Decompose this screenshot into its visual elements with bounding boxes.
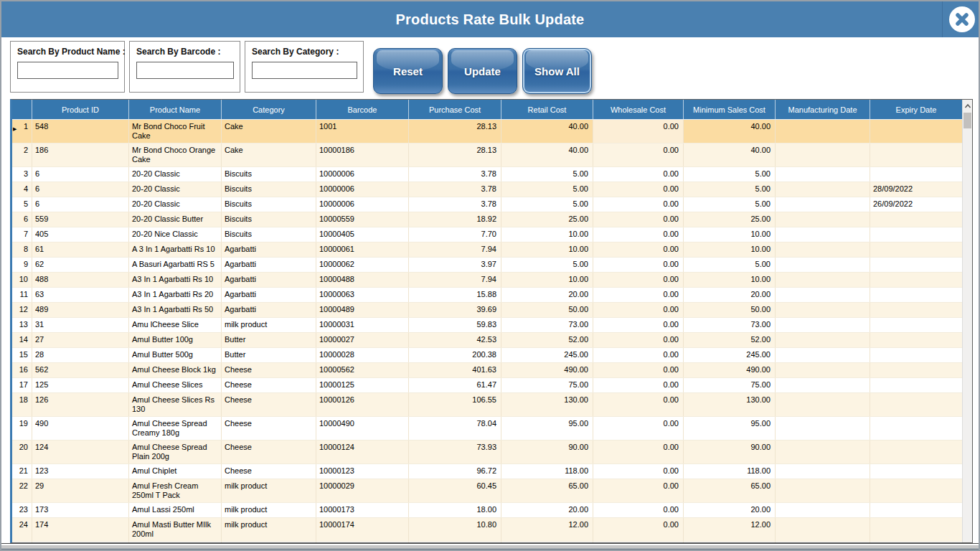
cell-retail-cost[interactable]: 20.00 bbox=[501, 503, 593, 517]
cell-barcode[interactable]: 10000006 bbox=[316, 182, 409, 197]
cell-product-name[interactable]: Mr Bond Choco Orange Cake bbox=[129, 143, 222, 166]
column-header-category[interactable]: Category bbox=[222, 100, 316, 119]
cell-product-id[interactable]: 6 bbox=[32, 197, 129, 212]
cell-product-id[interactable]: 562 bbox=[32, 363, 129, 377]
cell-purchase-cost[interactable]: 7.94 bbox=[409, 273, 501, 287]
cell-purchase-cost[interactable]: 106.55 bbox=[409, 393, 501, 416]
cell-product-name[interactable]: A Basuri Agarbatti RS 5 bbox=[129, 258, 222, 272]
cell-product-id[interactable]: 174 bbox=[32, 518, 129, 541]
row-header-cell[interactable]: ▶2 bbox=[12, 143, 32, 166]
cell-category[interactable]: Agarbatti bbox=[222, 303, 316, 317]
cell-expiry-date[interactable] bbox=[870, 348, 962, 362]
cell-barcode[interactable]: 10000031 bbox=[316, 318, 409, 332]
cell-retail-cost[interactable]: 40.00 bbox=[501, 143, 593, 166]
cell-product-id[interactable]: 123 bbox=[32, 464, 129, 479]
row-header-cell[interactable]: ▶6 bbox=[12, 212, 32, 227]
cell-barcode[interactable]: 10000559 bbox=[316, 212, 409, 227]
row-header-cell[interactable]: ▶23 bbox=[12, 503, 32, 517]
cell-wholesale-cost[interactable]: 0.00 bbox=[593, 503, 684, 517]
cell-wholesale-cost[interactable]: 0.00 bbox=[593, 393, 684, 416]
search-barcode-input[interactable] bbox=[136, 62, 234, 79]
cell-minimum-sales-cost[interactable]: 130.00 bbox=[684, 393, 776, 416]
table-row[interactable]: ▶10 488 A3 In 1 Agarbatti Rs 10 Agarbatt… bbox=[12, 273, 962, 288]
cell-wholesale-cost[interactable]: 0.00 bbox=[593, 363, 684, 377]
cell-barcode[interactable]: 10000489 bbox=[316, 303, 409, 317]
cell-barcode[interactable]: 10000174 bbox=[316, 518, 409, 541]
cell-minimum-sales-cost[interactable]: 5.00 bbox=[684, 258, 776, 272]
cell-expiry-date[interactable] bbox=[870, 242, 962, 257]
row-header-cell[interactable]: ▶7 bbox=[12, 227, 32, 242]
column-header-wholesale-cost[interactable]: Wholesale Cost bbox=[593, 100, 684, 119]
cell-barcode[interactable]: 10000125 bbox=[316, 378, 409, 392]
cell-wholesale-cost[interactable]: 0.00 bbox=[593, 227, 684, 242]
table-row[interactable]: ▶23 173 Amul Lassi 250ml milk product 10… bbox=[12, 503, 962, 518]
row-header-cell[interactable]: ▶22 bbox=[12, 479, 32, 502]
cell-expiry-date[interactable] bbox=[870, 212, 962, 227]
cell-expiry-date[interactable] bbox=[870, 318, 962, 332]
cell-purchase-cost[interactable]: 7.94 bbox=[409, 242, 501, 257]
cell-product-name[interactable]: A3 In 1 Agarbatti Rs 20 bbox=[129, 288, 222, 302]
cell-category[interactable]: Agarbatti bbox=[222, 288, 316, 302]
table-row[interactable]: ▶11 63 A3 In 1 Agarbatti Rs 20 Agarbatti… bbox=[12, 288, 962, 303]
cell-manufacturing-date[interactable] bbox=[776, 242, 870, 257]
cell-expiry-date[interactable] bbox=[870, 303, 962, 317]
cell-product-id[interactable]: 559 bbox=[32, 212, 129, 227]
cell-product-name[interactable]: Amul Fresh Cream 250ml T Pack bbox=[129, 479, 222, 502]
cell-minimum-sales-cost[interactable]: 490.00 bbox=[684, 363, 776, 377]
cell-category[interactable]: Cheese bbox=[222, 417, 316, 440]
cell-retail-cost[interactable]: 24.00 bbox=[501, 542, 593, 542]
cell-retail-cost[interactable]: 10.00 bbox=[501, 242, 593, 257]
cell-category[interactable]: milk product bbox=[222, 503, 316, 517]
cell-retail-cost[interactable]: 10.00 bbox=[501, 227, 593, 242]
column-header-product-name[interactable]: Product Name bbox=[129, 100, 222, 119]
cell-barcode[interactable]: 10000405 bbox=[316, 227, 409, 242]
table-row[interactable]: ▶18 126 Amul Cheese Slices Rs 130 Cheese… bbox=[12, 393, 962, 417]
cell-product-id[interactable]: 31 bbox=[32, 318, 129, 332]
cell-retail-cost[interactable]: 490.00 bbox=[501, 363, 593, 377]
cell-product-name[interactable]: 20-20 Classic Butter bbox=[129, 212, 222, 227]
cell-purchase-cost[interactable]: 28.13 bbox=[409, 120, 501, 143]
cell-product-name[interactable]: 20-20 Nice Classic bbox=[129, 227, 222, 242]
row-header-cell[interactable]: ▶13 bbox=[12, 318, 32, 332]
cell-product-id[interactable]: 124 bbox=[32, 441, 129, 463]
cell-manufacturing-date[interactable] bbox=[776, 303, 870, 317]
cell-minimum-sales-cost[interactable]: 10.00 bbox=[684, 273, 776, 287]
row-header-cell[interactable]: ▶12 bbox=[12, 303, 32, 317]
row-header-cell[interactable]: ▶1 bbox=[12, 120, 32, 143]
cell-wholesale-cost[interactable]: 0.00 bbox=[593, 318, 684, 332]
cell-expiry-date[interactable] bbox=[870, 542, 962, 542]
cell-minimum-sales-cost[interactable]: 20.00 bbox=[684, 288, 776, 302]
table-row[interactable]: ▶3 6 20-20 Classic Biscuits 10000006 3.7… bbox=[12, 167, 962, 182]
cell-barcode[interactable]: 10000028 bbox=[316, 348, 409, 362]
cell-manufacturing-date[interactable] bbox=[776, 393, 870, 416]
cell-category[interactable]: Cheese bbox=[222, 363, 316, 377]
cell-purchase-cost[interactable]: 3.97 bbox=[409, 258, 501, 272]
cell-purchase-cost[interactable]: 60.45 bbox=[409, 479, 501, 502]
cell-product-id[interactable]: 27 bbox=[32, 333, 129, 347]
row-header-cell[interactable]: ▶9 bbox=[12, 258, 32, 272]
cell-product-name[interactable]: 20-20 Classic bbox=[129, 167, 222, 182]
cell-barcode[interactable]: 10000063 bbox=[316, 288, 409, 302]
cell-minimum-sales-cost[interactable]: 5.00 bbox=[684, 197, 776, 212]
cell-minimum-sales-cost[interactable]: 5.00 bbox=[684, 167, 776, 182]
cell-retail-cost[interactable]: 5.00 bbox=[501, 258, 593, 272]
cell-category[interactable]: Biscuits bbox=[222, 167, 316, 182]
cell-minimum-sales-cost[interactable]: 52.00 bbox=[684, 333, 776, 347]
cell-product-name[interactable]: 20-20 Classic bbox=[129, 197, 222, 212]
table-row[interactable]: ▶1 548 Mr Bond Choco Fruit Cake Cake 100… bbox=[12, 120, 962, 143]
cell-purchase-cost[interactable]: 200.38 bbox=[409, 348, 501, 362]
cell-category[interactable]: Cake bbox=[222, 120, 316, 143]
cell-purchase-cost[interactable]: 18.00 bbox=[409, 503, 501, 517]
cell-product-id[interactable]: 63 bbox=[32, 288, 129, 302]
table-row[interactable]: ▶15 28 Amul Butter 500g Butter 10000028 … bbox=[12, 348, 962, 363]
table-row[interactable]: ▶8 61 A 3 In 1 Agarbatti Rs 10 Agarbatti… bbox=[12, 242, 962, 258]
cell-product-name[interactable]: Amul Cheese Slices Rs 130 bbox=[129, 393, 222, 416]
reset-button[interactable]: Reset bbox=[373, 48, 443, 94]
cell-wholesale-cost[interactable]: 0.00 bbox=[593, 479, 684, 502]
cell-manufacturing-date[interactable] bbox=[776, 348, 870, 362]
cell-product-name[interactable]: A3 In 1 Agarbatti Rs 50 bbox=[129, 303, 222, 317]
search-product-name-input[interactable] bbox=[17, 62, 118, 79]
cell-minimum-sales-cost[interactable]: 65.00 bbox=[684, 479, 776, 502]
cell-manufacturing-date[interactable] bbox=[776, 273, 870, 287]
cell-expiry-date[interactable] bbox=[870, 417, 962, 440]
